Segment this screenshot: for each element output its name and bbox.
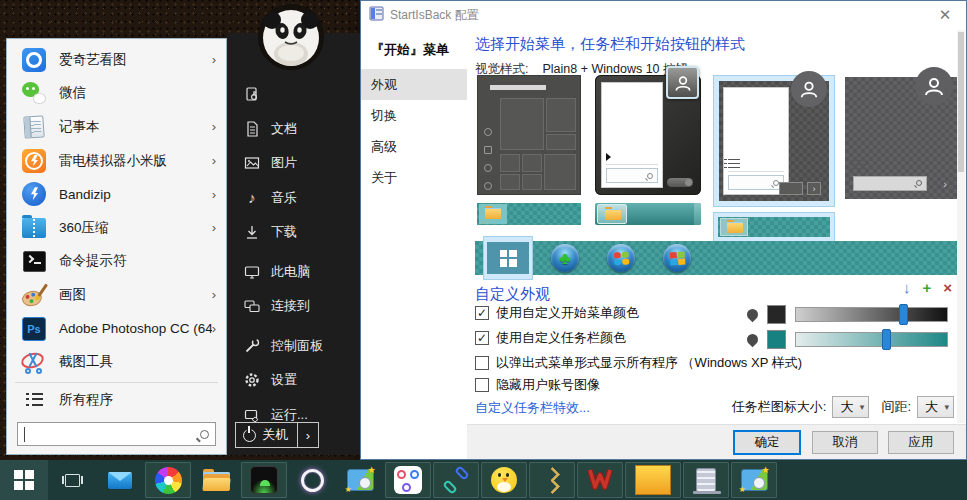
place-item-music[interactable]: ♪ 音乐: [227, 181, 360, 216]
taskbar-item-tri-circle-app[interactable]: [385, 462, 431, 498]
taskbar-item-mail[interactable]: [96, 460, 144, 500]
place-item-settings[interactable]: 设置: [227, 363, 360, 398]
user-avatar[interactable]: [258, 4, 324, 70]
shutdown-options-arrow[interactable]: ›: [298, 423, 318, 447]
folder-icon: [485, 208, 501, 219]
checkbox-custom-taskbar-color[interactable]: ✓ 使用自定义任务栏颜色: [475, 329, 626, 347]
taskbar-item-file-explorer[interactable]: [192, 460, 240, 500]
task-view-button[interactable]: [48, 460, 96, 500]
checkbox-label: 以弹出式菜单形式显示所有程序 （Windows XP 样式): [496, 354, 802, 372]
taskbar-item-orange-window[interactable]: [625, 462, 681, 498]
dialog-title: StartIsBack 配置: [390, 7, 479, 24]
add-style-icon[interactable]: +: [922, 279, 931, 296]
app-item-cmd[interactable]: 命令提示符: [7, 245, 226, 279]
app-label: 命令提示符: [59, 252, 216, 270]
taskbar-item-chick-app[interactable]: [481, 462, 527, 498]
power-icon: [243, 429, 256, 442]
nav-item-advanced[interactable]: 高级: [361, 131, 467, 162]
startmenu-color-swatch[interactable]: [767, 305, 786, 324]
search-input[interactable]: [18, 424, 200, 444]
ok-button[interactable]: 确定: [734, 431, 800, 454]
taskbar-item-pinwheel-browser[interactable]: [145, 462, 191, 498]
remove-style-icon[interactable]: ×: [943, 279, 952, 296]
start-button-option-win8-orb[interactable]: [663, 244, 691, 272]
droplet-icon: [745, 307, 761, 323]
place-item-downloads[interactable]: 下载: [227, 215, 360, 250]
dialog-scrollbar[interactable]: [957, 30, 965, 423]
shutdown-button[interactable]: 关机: [236, 423, 298, 447]
place-item-control-panel[interactable]: 控制面板: [227, 329, 360, 364]
app-label: 360压缩: [59, 219, 212, 237]
start-search-box[interactable]: [17, 422, 216, 446]
icon-size-value: 大: [840, 398, 853, 416]
taskbar-item-picture-tool[interactable]: ★★: [336, 460, 384, 500]
cancel-button[interactable]: 取消: [812, 431, 878, 454]
windows-flag-icon: [14, 470, 34, 490]
taskbar-item-red-w-app[interactable]: [577, 462, 623, 498]
taskbar-item-ring-app[interactable]: [288, 460, 336, 500]
checkbox[interactable]: ✓: [475, 331, 489, 345]
customize-taskbar-effects-link[interactable]: 自定义任务栏特效...: [475, 399, 590, 417]
style-preview-transparent[interactable]: ›: [845, 77, 957, 199]
start-button-option-clover-orb[interactable]: ♣: [551, 244, 579, 272]
nav-item-appearance[interactable]: 外观: [361, 69, 467, 100]
app-item-iqiyi-viewer[interactable]: 爱奇艺看图 ›: [7, 43, 226, 77]
command-prompt-icon: [21, 248, 47, 274]
app-label: 画图: [59, 286, 212, 304]
style-preview-plain8[interactable]: [595, 75, 701, 225]
app-item-ldplayer[interactable]: 雷电模拟器小米版 ›: [7, 144, 226, 178]
taskbar-item-server-tool[interactable]: [683, 462, 729, 498]
start-button-option-win7-orb[interactable]: [607, 244, 635, 272]
taskbar-item-android-emulator[interactable]: [241, 462, 287, 498]
taskbar-color-swatch[interactable]: [767, 330, 786, 349]
app-item-paint[interactable]: 画图 ›: [7, 278, 226, 312]
place-item-this-pc[interactable]: 此电脑: [227, 255, 360, 290]
documents-icon: [242, 119, 262, 139]
start-button[interactable]: [0, 460, 48, 500]
app-item-notepad[interactable]: 记事本 ›: [7, 110, 226, 144]
app-item-wechat[interactable]: 微信: [7, 77, 226, 111]
checkbox[interactable]: [475, 356, 489, 370]
place-item-connect-to[interactable]: 连接到: [227, 289, 360, 324]
startmenu-color-slider[interactable]: [795, 307, 948, 322]
all-programs-item[interactable]: 所有程序: [7, 383, 226, 417]
taskbar-item-gold-brackets-app[interactable]: [529, 462, 575, 498]
app-item-bandizip[interactable]: Bandizip ›: [7, 177, 226, 211]
close-icon[interactable]: ✕: [924, 1, 966, 29]
download-style-icon[interactable]: ↓: [903, 279, 911, 296]
nav-item-switching[interactable]: 切换: [361, 100, 467, 131]
app-item-photoshop[interactable]: Ps Adobe Photoshop CC (64 Bit) ›: [7, 312, 226, 346]
checkbox[interactable]: ✓: [475, 306, 489, 320]
style-preview-windows10[interactable]: [477, 75, 581, 225]
pictures-icon: [242, 153, 262, 173]
checkbox-custom-startmenu-color[interactable]: ✓ 使用自定义开始菜单颜色: [475, 304, 639, 322]
place-label: 连接到: [271, 297, 310, 315]
apply-button[interactable]: 应用: [888, 431, 954, 454]
app-item-snipping-tool[interactable]: 截图工具: [7, 345, 226, 379]
checkbox-label: 隐藏用户账号图像: [496, 376, 600, 394]
place-item-pictures[interactable]: 图片: [227, 146, 360, 181]
app-label: 微信: [59, 84, 216, 102]
taskbar-color-slider[interactable]: [795, 332, 948, 347]
nav-item-about[interactable]: 关于: [361, 162, 467, 193]
taskbar: ★★ ★★: [0, 460, 967, 500]
checkbox-popup-all-programs[interactable]: 以弹出式菜单形式显示所有程序 （Windows XP 样式): [475, 354, 802, 372]
checkbox[interactable]: [475, 378, 489, 392]
start-button-option-win10-selected[interactable]: [483, 236, 533, 280]
taskbar-item-picture-tool-2[interactable]: ★★: [731, 462, 777, 498]
shutdown-split-button: 关机 ›: [235, 422, 319, 448]
icon-size-select[interactable]: 大 ▾: [832, 396, 869, 418]
slider-handle[interactable]: [882, 329, 891, 350]
app-item-360zip[interactable]: 360压缩 ›: [7, 211, 226, 245]
place-item-user-files[interactable]: [227, 77, 360, 112]
slider-handle[interactable]: [899, 304, 908, 325]
preview-taskbar-plain8: [595, 203, 701, 225]
pinwheel-browser-icon: [155, 467, 182, 494]
checkbox-hide-user-avatar[interactable]: 隐藏用户账号图像: [475, 376, 600, 394]
user-files-icon: [242, 84, 262, 104]
place-item-documents[interactable]: 文档: [227, 112, 360, 147]
spacing-select[interactable]: 大 ▾: [917, 396, 954, 418]
taskbar-item-link-app[interactable]: [433, 462, 479, 498]
dialog-titlebar[interactable]: StartIsBack 配置 ✕: [361, 1, 966, 29]
style-preview-plain10-selected[interactable]: ›: [713, 75, 835, 242]
